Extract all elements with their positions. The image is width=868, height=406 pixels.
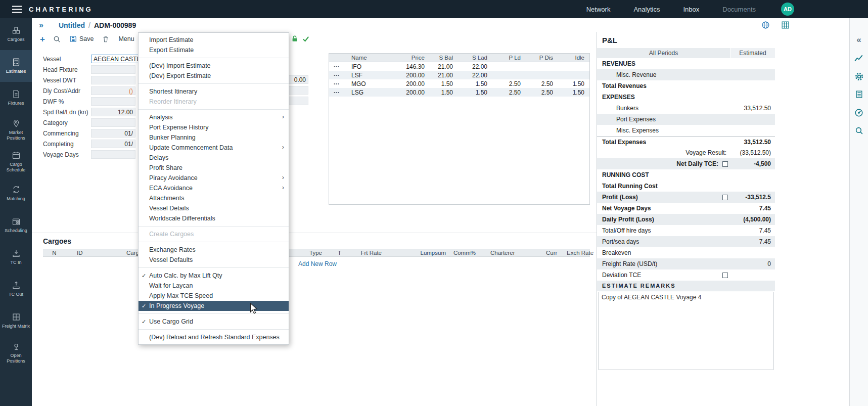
pnl-row-misc-revenue[interactable]: Misc. Revenue xyxy=(597,69,775,80)
hamburger-menu-icon[interactable] xyxy=(0,6,29,13)
dwf-input[interactable] xyxy=(91,97,135,106)
speed-input[interactable] xyxy=(91,108,135,116)
menu-item-auto-calc-max-lift[interactable]: ✓Auto Calc. by Max Lift Qty xyxy=(139,270,289,281)
sidebar-item-estimates[interactable]: Estimates xyxy=(0,50,32,82)
collapse-panel-icon[interactable]: « xyxy=(856,35,861,46)
menu-item-in-progress-voyage[interactable]: ✓In Progress Voyage xyxy=(139,301,289,311)
bunker-row[interactable]: ••• MGO 200.00 1.50 1.50 2.50 2.50 1.50 xyxy=(329,79,589,88)
completing-input[interactable] xyxy=(91,140,135,148)
menu-item-analysis[interactable]: Analysis› xyxy=(139,112,289,122)
nav-documents[interactable]: Documents xyxy=(722,6,756,13)
sidebar-item-market-positions[interactable]: Market Positions xyxy=(0,114,32,146)
sidebar-item-scheduling[interactable]: Scheduling xyxy=(0,209,32,241)
deviation-tce-checkbox[interactable] xyxy=(722,273,728,278)
bunker-row[interactable]: ••• IFO 146.30 21.00 22.00 xyxy=(329,62,589,71)
menu-item-bunker-planning[interactable]: Bunker Planning xyxy=(139,132,289,143)
menu-item-dev-import-estimate[interactable]: (Dev) Import Estimate xyxy=(139,61,289,71)
menu-item-update-commencement-data[interactable]: Update Commencement Data› xyxy=(139,143,289,153)
expand-panel-icon[interactable]: » xyxy=(39,21,43,29)
menu-item-port-expense-history[interactable]: Port Expense History xyxy=(139,122,289,132)
pnl-period-header[interactable]: All Periods xyxy=(597,48,730,58)
gauge-icon[interactable] xyxy=(854,108,863,118)
lock-icon[interactable] xyxy=(291,35,298,42)
menu-item-export-estimate[interactable]: Export Estimate xyxy=(139,45,289,55)
col-name[interactable]: Name xyxy=(344,55,380,61)
pnl-row-bunkers[interactable]: Bunkers33,512.50 xyxy=(597,103,775,114)
menu-button[interactable]: Menu xyxy=(118,35,134,42)
col-type[interactable]: Type xyxy=(283,250,336,256)
profit-checkbox[interactable] xyxy=(722,195,728,200)
nav-network[interactable]: Network xyxy=(586,6,611,13)
menu-item-use-cargo-grid[interactable]: ✓Use Cargo Grid xyxy=(139,317,289,327)
menu-item-apply-max-tce-speed[interactable]: Apply Max TCE Speed xyxy=(139,291,289,301)
col-t[interactable]: T xyxy=(336,250,359,256)
menu-item-piracy-avoidance[interactable]: Piracy Avoidance› xyxy=(139,173,289,183)
sidebar-item-tc-in[interactable]: TC In xyxy=(0,241,32,273)
nav-inbox[interactable]: Inbox xyxy=(683,6,699,13)
col-n[interactable]: N xyxy=(43,250,66,256)
dly-cost-input[interactable] xyxy=(91,86,135,95)
menu-item-dev-export-estimate[interactable]: (Dev) Export Estimate xyxy=(139,71,289,81)
sidebar-item-matching[interactable]: Matching xyxy=(0,177,32,209)
clipboard-icon[interactable] xyxy=(855,90,863,100)
nav-analytics[interactable]: Analytics xyxy=(633,6,660,13)
vessel-dwt-input[interactable] xyxy=(91,76,135,84)
menu-item-wait-for-laycan[interactable]: Wait for Laycan xyxy=(139,281,289,291)
menu-item-vessel-defaults[interactable]: Vessel Defaults xyxy=(139,255,289,265)
sidebar-item-cargoes[interactable]: Cargoes xyxy=(0,18,32,50)
row-menu-icon[interactable]: ••• xyxy=(329,90,344,95)
col-price[interactable]: Price xyxy=(380,55,426,61)
col-s-bal[interactable]: S Bal xyxy=(426,55,454,61)
search-icon[interactable] xyxy=(855,126,863,137)
menu-item-attachments[interactable]: Attachments xyxy=(139,193,289,203)
delete-button[interactable] xyxy=(102,35,109,43)
head-fixture-input[interactable] xyxy=(91,65,135,74)
estimate-remarks-textarea[interactable]: Copy of AEGEAN CASTLE Voyage 4 xyxy=(599,292,773,370)
row-menu-icon[interactable]: ••• xyxy=(329,81,344,86)
bunker-row[interactable]: ••• LSF 200.00 21.00 22.00 xyxy=(329,71,589,79)
row-menu-icon[interactable]: ••• xyxy=(329,73,344,77)
menu-item-import-estimate[interactable]: Import Estimate xyxy=(139,35,289,45)
menu-item-profit-share[interactable]: Profit Share xyxy=(139,163,289,173)
col-id[interactable]: ID xyxy=(66,250,126,256)
col-charterer[interactable]: Charterer xyxy=(476,250,531,256)
sidebar-item-open-positions[interactable]: Open Positions xyxy=(0,337,32,369)
chart-icon[interactable] xyxy=(854,54,863,64)
pnl-estimated-header[interactable]: Estimated xyxy=(730,48,775,58)
breadcrumb-untitled[interactable]: Untitled xyxy=(59,21,85,29)
row-menu-icon[interactable]: ••• xyxy=(329,64,344,69)
globe-icon[interactable] xyxy=(761,21,770,29)
commencing-input[interactable] xyxy=(91,129,135,138)
table-view-icon[interactable] xyxy=(781,21,790,29)
menu-item-eca-avoidance[interactable]: ECA Avoidance› xyxy=(139,183,289,193)
search-icon[interactable] xyxy=(53,35,61,43)
col-lumpsum[interactable]: Lumpsum xyxy=(382,250,447,256)
avatar[interactable]: AD xyxy=(781,3,794,16)
voyage-days-input[interactable] xyxy=(91,150,135,159)
menu-item-worldscale-differentials[interactable]: Worldscale Differentials xyxy=(139,213,289,223)
add-button[interactable]: + xyxy=(40,35,45,43)
sidebar-item-freight-matrix[interactable]: Freight Matrix xyxy=(0,305,32,337)
menu-item-delays[interactable]: Delays xyxy=(139,153,289,163)
col-p-dis[interactable]: P Dis xyxy=(522,55,555,61)
sidebar-item-cargo-schedule[interactable]: Cargo Schedule xyxy=(0,146,32,177)
save-button[interactable]: Save xyxy=(70,35,94,42)
col-exch-rate[interactable]: Exch Rate xyxy=(567,250,591,256)
col-idle[interactable]: Idle xyxy=(555,55,586,61)
col-frt-rate[interactable]: Frt Rate xyxy=(359,250,382,256)
gear-icon[interactable] xyxy=(854,72,864,82)
sidebar-item-tc-out[interactable]: TC Out xyxy=(0,273,32,305)
pnl-row-misc-expenses[interactable]: Misc. Expenses xyxy=(597,125,775,136)
col-comm[interactable]: Comm% xyxy=(447,250,476,256)
col-s-lad[interactable]: S Lad xyxy=(454,55,489,61)
sidebar-item-fixtures[interactable]: Fixtures xyxy=(0,82,32,114)
col-p-ld[interactable]: P Ld xyxy=(489,55,522,61)
bunker-row[interactable]: ••• LSG 200.00 1.50 1.50 2.50 2.50 1.50 xyxy=(329,88,589,97)
menu-item-dev-reload-refresh[interactable]: (Dev) Reload and Refresh Standard Expens… xyxy=(139,332,289,342)
pnl-row-port-expenses[interactable]: Port Expenses xyxy=(597,114,775,125)
add-new-row-link[interactable]: Add New Row xyxy=(298,260,337,267)
tce-checkbox[interactable] xyxy=(722,161,728,167)
menu-item-shortest-itinerary[interactable]: Shortest Itinerary xyxy=(139,86,289,97)
menu-item-exchange-rates[interactable]: Exchange Rates xyxy=(139,245,289,255)
menu-item-vessel-details[interactable]: Vessel Details xyxy=(139,203,289,213)
